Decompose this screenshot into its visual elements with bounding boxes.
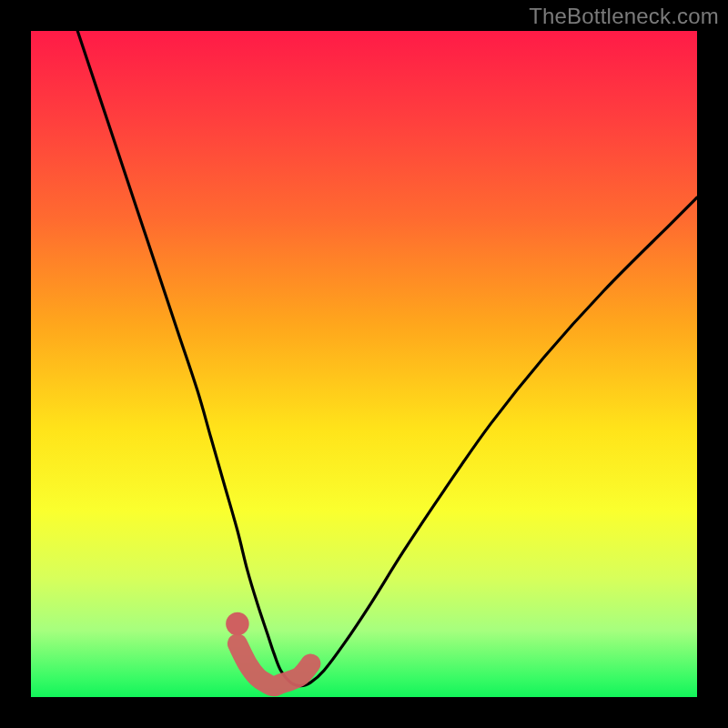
watermark-text: TheBottleneck.com bbox=[529, 4, 719, 29]
chart-frame: TheBottleneck.com bbox=[0, 0, 728, 728]
highlight-marker bbox=[226, 612, 249, 636]
curve-layer bbox=[31, 31, 697, 697]
plot-area bbox=[31, 31, 697, 697]
bottleneck-curve bbox=[77, 31, 697, 686]
